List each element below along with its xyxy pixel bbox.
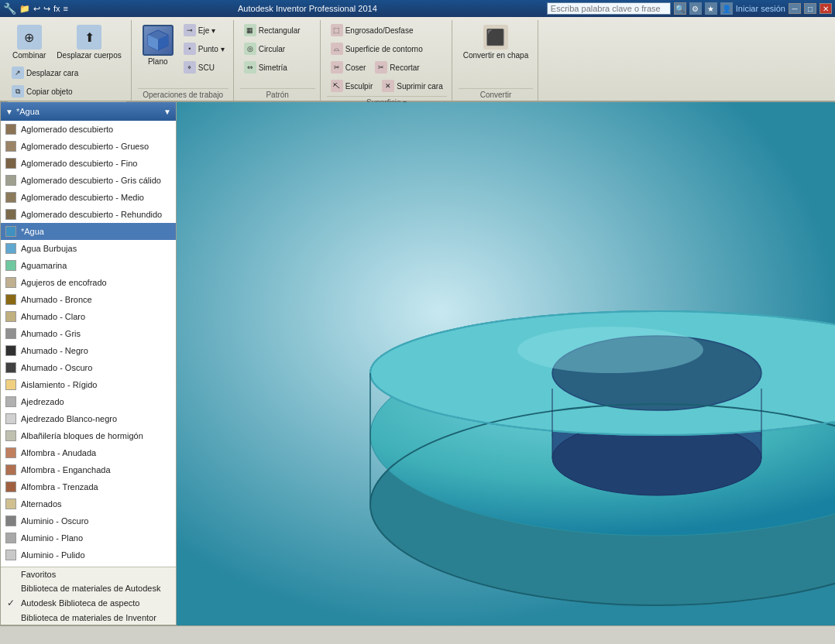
item-label-ahumado-claro: Ahumado - Claro bbox=[21, 312, 85, 321]
dropdown-item-aglomerado-gris[interactable]: Aglomerado descubierto - Gris cálido bbox=[1, 172, 176, 189]
ribbon-btn-convertir-chapa[interactable]: ⬛ Convertir en chapa bbox=[459, 22, 534, 63]
item-color-aglomerado-gris bbox=[5, 175, 16, 186]
item-label-aislamiento-rigido: Aislamiento - Rígido bbox=[21, 380, 97, 389]
footer-item-autodesk-aspecto[interactable]: ✓Autodesk Biblioteca de aspecto bbox=[1, 595, 176, 611]
dropdown-item-aglomerado-grueso[interactable]: Aglomerado descubierto - Grueso bbox=[1, 138, 176, 155]
item-label-aglomerado-rehundido: Aglomerado descubierto - Rehundido bbox=[21, 210, 162, 219]
dropdown-selected-value[interactable]: *Agua bbox=[16, 107, 160, 116]
item-color-alternados bbox=[5, 498, 16, 509]
rectangular-icon: ▦ bbox=[244, 24, 256, 36]
item-color-aislamiento-rigido bbox=[5, 379, 16, 390]
ribbon-btn-rectangular[interactable]: ▦ Rectangular bbox=[240, 22, 304, 39]
item-color-alfombra-anudada bbox=[5, 447, 16, 458]
ribbon-op-row: Plano ⊸ Eje ▾ • Punto ▾ ⌖ SCU bbox=[138, 22, 229, 76]
ribbon-row-2: ↗ Desplazar cara bbox=[8, 64, 82, 81]
dropdown-item-agujeros-encofrado[interactable]: Agujeros de encofrado bbox=[1, 274, 176, 291]
dropdown-item-aglomerado-fino[interactable]: Aglomerado descubierto - Fino bbox=[1, 155, 176, 172]
dropdown-item-aluminio-plano[interactable]: Aluminio - Plano bbox=[1, 529, 176, 546]
dropdown-item-agua-burbujas[interactable]: Agua Burbujas bbox=[1, 240, 176, 257]
dropdown-item-aguamarina[interactable]: Aguamarina bbox=[1, 257, 176, 274]
toolbar-icon-redo[interactable]: ↪ bbox=[43, 4, 50, 14]
ribbon-btn-engrosado[interactable]: ⬚ Engrosado/Desfase bbox=[327, 22, 447, 39]
dropdown-item-aislamiento-rigido[interactable]: Aislamiento - Rígido bbox=[1, 376, 176, 393]
dropdown-footer: Favoritos Biblioteca de materiales de Au… bbox=[1, 567, 176, 625]
dropdown-item-aglomerado-descubierto[interactable]: Aglomerado descubierto bbox=[1, 121, 176, 138]
dropdown-item-alternados[interactable]: Alternados bbox=[1, 495, 176, 512]
viewport-canvas bbox=[177, 102, 835, 625]
ribbon-btn-plano[interactable]: Plano bbox=[138, 22, 178, 69]
ribbon-btn-desplazar-cara[interactable]: ↗ Desplazar cara bbox=[8, 64, 82, 81]
item-label-aglomerado-descubierto: Aglomerado descubierto bbox=[21, 125, 113, 134]
ribbon-btn-esculpir[interactable]: ⛏ Esculpir bbox=[327, 77, 377, 94]
star-icon[interactable]: ★ bbox=[705, 2, 717, 15]
item-color-aluminio-oscuro bbox=[5, 516, 16, 526]
dropdown-item-ahumado-negro[interactable]: Ahumado - Negro bbox=[1, 342, 176, 359]
dropdown-item-aglomerado-medio[interactable]: Aglomerado descubierto - Medio bbox=[1, 189, 176, 206]
item-color-agua bbox=[5, 226, 16, 237]
punto-icon: • bbox=[184, 43, 196, 55]
titlebar-right: 🔍 ⚙ ★ 👤 Iniciar sesión ─ □ ✕ bbox=[547, 2, 832, 15]
ribbon-group-patron: ▦ Rectangular ◎ Circular ⇔ Simetría Patr… bbox=[235, 20, 321, 101]
titlebar-left: 🔧 📁 ↩ ↪ fx ≡ bbox=[3, 2, 68, 15]
ribbon-btn-simetria[interactable]: ⇔ Simetría bbox=[240, 59, 304, 76]
dropdown-item-alfombra-anudada[interactable]: Alfombra - Anudada bbox=[1, 444, 176, 461]
dropdown-item-ajedrezado-bn[interactable]: Ajedrezado Blanco-negro bbox=[1, 410, 176, 427]
close-button[interactable]: ✕ bbox=[820, 3, 832, 14]
dropdown-item-albanileria[interactable]: Albañilería bloques de hormigón bbox=[1, 427, 176, 444]
ribbon-btn-suprimir-cara[interactable]: ✕ Suprimir cara bbox=[378, 77, 446, 94]
dropdown-item-aluminio-pulido[interactable]: Aluminio - Pulido bbox=[1, 546, 176, 564]
ribbon-btn-superficie-contorno[interactable]: ⌓ Superficie de contorno bbox=[327, 40, 447, 57]
toolbar-icon-fx[interactable]: fx bbox=[53, 4, 60, 13]
minimize-button[interactable]: ─ bbox=[789, 3, 801, 14]
dropdown-item-ajedrezado[interactable]: Ajedrezado bbox=[1, 393, 176, 410]
dropdown-item-agua[interactable]: *Agua bbox=[1, 223, 176, 240]
dropdown-item-alfombra-enganchada[interactable]: Alfombra - Enganchada bbox=[1, 461, 176, 478]
dropdown-item-aluminio-oscuro[interactable]: Aluminio - Oscuro bbox=[1, 512, 176, 529]
plano-icon bbox=[143, 25, 174, 56]
dropdown-item-ahumado-claro[interactable]: Ahumado - Claro bbox=[1, 308, 176, 325]
toolbar-icon-folder[interactable]: 📁 bbox=[19, 4, 30, 14]
superficie-contorno-icon: ⌓ bbox=[331, 43, 343, 55]
ribbon-btn-desplazar-cuerpos[interactable]: ⬆ Desplazar cuerpos bbox=[52, 22, 125, 63]
search-input[interactable] bbox=[547, 2, 671, 15]
ribbon-btn-scu[interactable]: ⌖ SCU bbox=[180, 59, 229, 76]
dropdown-item-aglomerado-rehundido[interactable]: Aglomerado descubierto - Rehundido bbox=[1, 206, 176, 223]
item-color-albanileria bbox=[5, 430, 16, 441]
recortar-icon: ✂ bbox=[375, 61, 387, 74]
ribbon-btn-eje[interactable]: ⊸ Eje ▾ bbox=[180, 22, 229, 39]
dropdown-expand-icon[interactable]: ▼ bbox=[163, 108, 171, 116]
svg-point-14 bbox=[517, 327, 703, 373]
toolbar-icon-undo[interactable]: ↩ bbox=[33, 4, 40, 14]
dropdown-item-ahumado-gris[interactable]: Ahumado - Gris bbox=[1, 325, 176, 342]
footer-item-biblioteca-inventor[interactable]: Biblioteca de materiales de Inventor bbox=[1, 611, 176, 625]
footer-item-favoritos[interactable]: Favoritos bbox=[1, 567, 176, 581]
item-color-ahumado-gris bbox=[5, 328, 16, 339]
dropdown-list[interactable]: Aglomerado descubiertoAglomerado descubi… bbox=[1, 121, 176, 567]
ribbon-group-modify: ⊕ Combinar ⬆ Desplazar cuerpos ↗ Desplaz… bbox=[3, 20, 132, 101]
ribbon-btn-combinar[interactable]: ⊕ Combinar bbox=[8, 22, 50, 63]
item-color-aluminio-plano bbox=[5, 533, 16, 543]
ribbon-group-label-convertir: Convertir bbox=[459, 88, 534, 99]
ribbon-btn-copiar-objeto[interactable]: ⧉ Copiar objeto bbox=[8, 83, 76, 100]
footer-item-biblioteca-autodesk[interactable]: Biblioteca de materiales de Autodesk bbox=[1, 581, 176, 595]
ribbon-btn-recortar[interactable]: ✂ Recortar bbox=[371, 59, 423, 76]
options-icon[interactable]: ⚙ bbox=[689, 2, 702, 15]
ribbon-group-label-operaciones: Operaciones de trabajo bbox=[138, 88, 229, 99]
dropdown-item-alfombra-trenzada[interactable]: Alfombra - Trenzada bbox=[1, 478, 176, 495]
item-label-alfombra-trenzada: Alfombra - Trenzada bbox=[21, 482, 98, 492]
desplazar-cuerpos-icon: ⬆ bbox=[77, 25, 101, 50]
ribbon-btn-punto[interactable]: • Punto ▾ bbox=[180, 40, 229, 57]
sign-in-link[interactable]: Iniciar sesión bbox=[736, 4, 785, 13]
ribbon-btn-circular[interactable]: ◎ Circular bbox=[240, 40, 304, 57]
maximize-button[interactable]: □ bbox=[804, 3, 816, 14]
ribbon-btn-coser[interactable]: ✂ Coser bbox=[327, 59, 370, 76]
item-label-ajedrezado-bn: Ajedrezado Blanco-negro bbox=[21, 414, 117, 423]
search-icon[interactable]: 🔍 bbox=[674, 2, 686, 15]
item-color-ajedrezado-bn bbox=[5, 413, 16, 424]
combinar-icon: ⊕ bbox=[17, 25, 42, 50]
3d-viewport[interactable] bbox=[177, 102, 835, 625]
ribbon-row-1: ⊕ Combinar ⬆ Desplazar cuerpos bbox=[8, 22, 126, 63]
dropdown-item-ahumado-oscuro[interactable]: Ahumado - Oscuro bbox=[1, 359, 176, 376]
dropdown-item-ahumado-bronce[interactable]: Ahumado - Bronce bbox=[1, 291, 176, 308]
ribbon-row-3: ⧉ Copiar objeto bbox=[8, 83, 76, 100]
